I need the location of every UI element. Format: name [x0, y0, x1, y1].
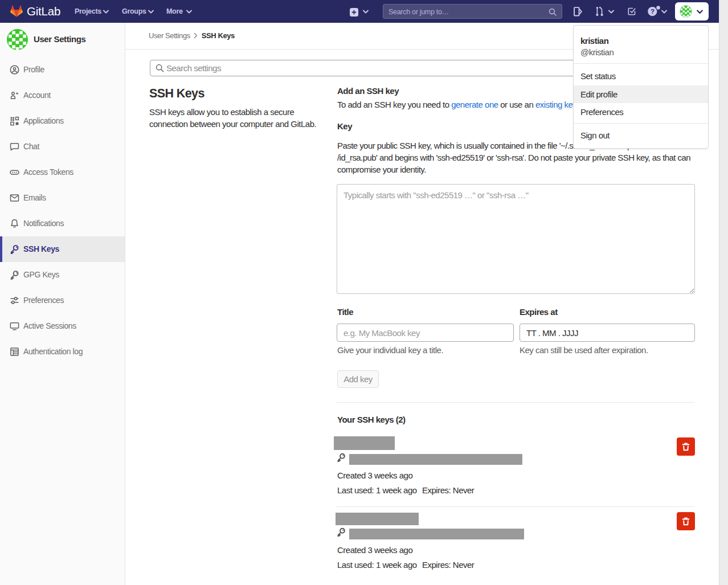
svg-text:?: ? [651, 8, 655, 15]
